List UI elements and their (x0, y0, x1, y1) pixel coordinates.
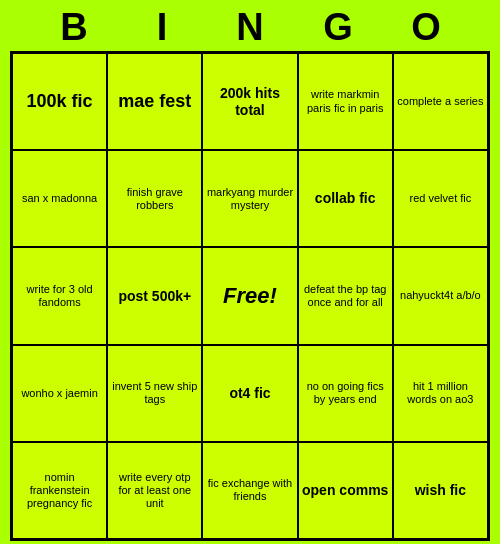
bingo-cell-24: wish fic (393, 442, 488, 539)
bingo-letter-o: O (382, 6, 470, 49)
bingo-cell-21: write every otp for at least one unit (107, 442, 202, 539)
bingo-cell-13: defeat the bp tag once and for all (298, 247, 393, 344)
bingo-cell-2: 200k hits total (202, 53, 297, 150)
bingo-cell-15: wonho x jaemin (12, 345, 107, 442)
bingo-cell-22: fic exchange with friends (202, 442, 297, 539)
bingo-cell-7: markyang murder mystery (202, 150, 297, 247)
bingo-cell-14: nahyuckt4t a/b/o (393, 247, 488, 344)
bingo-cell-8: collab fic (298, 150, 393, 247)
bingo-grid: 100k ficmae fest200k hits totalwrite mar… (10, 51, 490, 541)
bingo-cell-4: complete a series (393, 53, 488, 150)
bingo-cell-16: invent 5 new ship tags (107, 345, 202, 442)
bingo-cell-0: 100k fic (12, 53, 107, 150)
bingo-cell-5: san x madonna (12, 150, 107, 247)
bingo-letter-i: I (118, 6, 206, 49)
bingo-cell-3: write markmin paris fic in paris (298, 53, 393, 150)
bingo-letter-n: N (206, 6, 294, 49)
bingo-cell-1: mae fest (107, 53, 202, 150)
bingo-cell-10: write for 3 old fandoms (12, 247, 107, 344)
bingo-cell-12: Free! (202, 247, 297, 344)
bingo-cell-11: post 500k+ (107, 247, 202, 344)
bingo-cell-17: ot4 fic (202, 345, 297, 442)
bingo-letter-g: G (294, 6, 382, 49)
bingo-letter-b: B (30, 6, 118, 49)
bingo-cell-19: hit 1 million words on ao3 (393, 345, 488, 442)
bingo-cell-18: no on going fics by years end (298, 345, 393, 442)
bingo-cell-23: open comms (298, 442, 393, 539)
bingo-cell-6: finish grave robbers (107, 150, 202, 247)
bingo-cell-9: red velvet fic (393, 150, 488, 247)
bingo-header: BINGO (10, 0, 490, 51)
bingo-cell-20: nomin frankenstein pregnancy fic (12, 442, 107, 539)
